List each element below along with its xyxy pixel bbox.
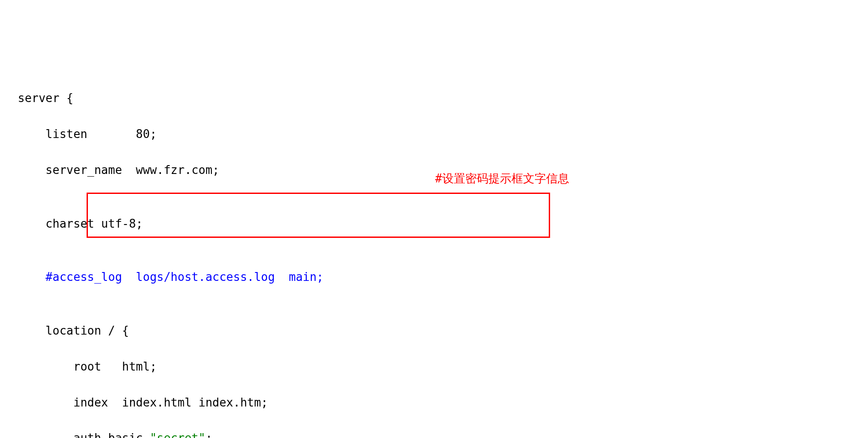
code-line: root html;: [18, 358, 868, 375]
code-string: "secret": [150, 431, 205, 438]
code-line: listen 80;: [18, 125, 868, 143]
code-line: charset utf-8;: [18, 215, 868, 233]
code-line-auth-basic: auth_basic "secret";: [18, 429, 868, 438]
code-text: ;: [206, 431, 213, 438]
annotation-comment: #设置密码提示框文字信息: [435, 170, 569, 187]
code-comment-line: #access_log logs/host.access.log main;: [18, 268, 868, 286]
code-line: location / {: [18, 322, 868, 339]
code-line: index index.html index.htm;: [18, 394, 868, 411]
code-block: server { listen 80; server_name www.fzr.…: [0, 71, 868, 438]
code-text: auth_basic: [18, 431, 150, 438]
code-line: server {: [18, 89, 868, 107]
